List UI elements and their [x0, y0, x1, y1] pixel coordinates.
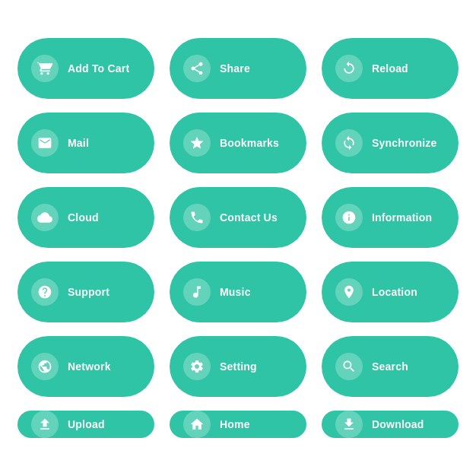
search-label: Search — [372, 360, 408, 373]
phone-icon — [183, 204, 211, 231]
synchronize-button[interactable]: Synchronize — [322, 113, 459, 173]
cloud-icon — [31, 204, 59, 231]
cloud-label: Cloud — [68, 211, 99, 224]
upload-icon — [31, 411, 59, 438]
share-button[interactable]: Share — [170, 38, 306, 99]
button-grid: Add To Cart Share Reload Mail Bookmarks … — [17, 38, 459, 438]
search-button[interactable]: Search — [322, 336, 459, 397]
music-icon — [183, 278, 211, 306]
upload-button[interactable]: Upload — [17, 411, 154, 438]
location-button[interactable]: Location — [322, 262, 459, 322]
download-button[interactable]: Download — [322, 411, 459, 438]
download-label: Download — [372, 418, 424, 430]
cart-icon — [31, 55, 59, 82]
home-label: Home — [220, 418, 250, 430]
mail-label: Mail — [68, 137, 89, 149]
home-icon — [183, 411, 211, 438]
reload-label: Reload — [372, 62, 408, 75]
network-label: Network — [68, 360, 111, 373]
add-to-cart-label: Add To Cart — [68, 62, 129, 75]
music-button[interactable]: Music — [170, 262, 306, 322]
contact-us-button[interactable]: Contact Us — [170, 187, 306, 248]
network-button[interactable]: Network — [17, 336, 154, 397]
music-label: Music — [220, 286, 251, 298]
sync-icon — [335, 129, 363, 157]
location-icon — [335, 278, 363, 306]
home-button[interactable]: Home — [170, 411, 306, 438]
mail-icon — [31, 129, 59, 157]
download-icon — [335, 411, 363, 438]
search-icon — [335, 353, 363, 380]
cloud-button[interactable]: Cloud — [17, 187, 154, 248]
share-label: Share — [220, 62, 250, 75]
star-icon — [183, 129, 211, 157]
setting-button[interactable]: Setting — [170, 336, 306, 397]
network-icon — [31, 353, 59, 380]
information-button[interactable]: Information — [322, 187, 459, 248]
contact-us-label: Contact Us — [220, 211, 278, 224]
reload-icon — [335, 55, 363, 82]
reload-button[interactable]: Reload — [322, 38, 459, 99]
share-icon — [183, 55, 211, 82]
information-label: Information — [372, 211, 432, 224]
gear-icon — [183, 353, 211, 380]
upload-label: Upload — [68, 418, 105, 430]
setting-label: Setting — [220, 360, 257, 373]
info-icon — [335, 204, 363, 231]
support-button[interactable]: Support — [17, 262, 154, 322]
location-label: Location — [372, 286, 417, 298]
support-label: Support — [68, 286, 109, 298]
bookmarks-button[interactable]: Bookmarks — [170, 113, 306, 173]
support-icon — [31, 278, 59, 306]
synchronize-label: Synchronize — [372, 137, 436, 149]
bookmarks-label: Bookmarks — [220, 137, 279, 149]
mail-button[interactable]: Mail — [17, 113, 154, 173]
add-to-cart-button[interactable]: Add To Cart — [17, 38, 154, 99]
